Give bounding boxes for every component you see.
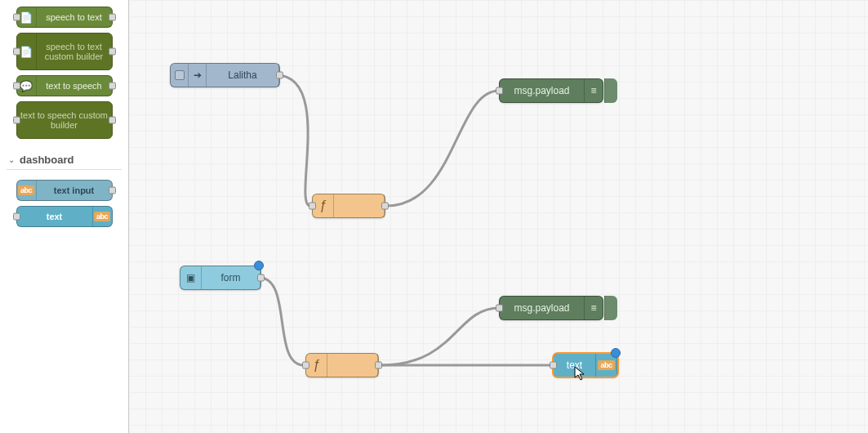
function-node-2[interactable]: ƒ	[305, 353, 379, 377]
palette-node-stt-custom[interactable]: 📄 speech to text custom builder	[16, 33, 113, 70]
port-icon	[13, 48, 20, 56]
abc-icon: abc	[92, 207, 112, 226]
debug-toggle-button[interactable]	[604, 78, 617, 103]
output-port[interactable]	[381, 203, 389, 210]
node-label: form	[202, 266, 260, 289]
output-port[interactable]	[276, 72, 283, 79]
node-label: text	[554, 354, 596, 377]
inject-icon: ➔	[189, 64, 207, 87]
input-port[interactable]	[309, 203, 316, 210]
palette-category-dashboard[interactable]: ⌄ dashboard	[7, 150, 122, 170]
flow-canvas[interactable]: ➔ Lalitha msg.payload ≡ ƒ ▣ form msg.pay…	[129, 0, 868, 433]
palette-node-text-input[interactable]: abc text input	[16, 180, 113, 201]
input-port[interactable]	[496, 305, 503, 312]
port-icon	[109, 14, 116, 21]
form-icon: ▣	[180, 266, 202, 289]
output-port[interactable]	[375, 362, 382, 369]
node-label: msg.payload	[500, 297, 585, 319]
port-icon	[109, 187, 116, 194]
list-icon: ≡	[585, 297, 603, 319]
list-icon: ≡	[585, 79, 603, 102]
inject-button[interactable]	[171, 64, 189, 87]
port-icon	[109, 83, 116, 90]
inject-node[interactable]: ➔ Lalitha	[170, 63, 280, 87]
node-palette[interactable]: 📄 speech to text 📄 speech to text custom…	[0, 0, 129, 433]
palette-label: speech to text custom builder	[37, 42, 112, 61]
input-port[interactable]	[302, 362, 309, 369]
port-icon	[109, 48, 116, 56]
abc-icon: abc	[17, 181, 37, 200]
port-icon	[13, 117, 20, 124]
node-label	[327, 354, 378, 377]
text-node[interactable]: text abc	[553, 353, 618, 377]
category-label: dashboard	[20, 154, 73, 166]
node-label	[334, 194, 385, 217]
palette-node-text[interactable]: text abc	[16, 206, 113, 227]
function-node-1[interactable]: ƒ	[312, 194, 385, 218]
changed-indicator	[611, 348, 621, 358]
debug-toggle-button[interactable]	[604, 296, 617, 320]
input-port[interactable]	[550, 362, 557, 369]
palette-node-tts-custom[interactable]: text to speech custom builder	[16, 101, 113, 139]
port-icon	[13, 213, 20, 221]
palette-node-tts[interactable]: 💬 text to speech	[16, 75, 113, 96]
palette-label: text to speech	[37, 81, 112, 91]
debug-node-1[interactable]: msg.payload ≡	[499, 78, 603, 103]
node-label: Lalitha	[207, 64, 279, 87]
input-port[interactable]	[496, 87, 503, 95]
output-port[interactable]	[257, 275, 265, 282]
changed-indicator	[254, 261, 264, 270]
palette-node-speech-to-text[interactable]: 📄 speech to text	[16, 7, 113, 28]
palette-label: speech to text	[37, 12, 112, 22]
port-icon	[109, 117, 116, 124]
port-icon	[13, 83, 20, 90]
port-icon	[13, 14, 20, 21]
palette-label: text to speech custom builder	[17, 110, 112, 130]
chevron-down-icon: ⌄	[8, 155, 15, 164]
form-node[interactable]: ▣ form	[180, 266, 261, 290]
palette-label: text	[17, 212, 92, 221]
debug-node-2[interactable]: msg.payload ≡	[499, 296, 603, 320]
node-label: msg.payload	[500, 79, 585, 102]
palette-label: text input	[37, 185, 112, 195]
